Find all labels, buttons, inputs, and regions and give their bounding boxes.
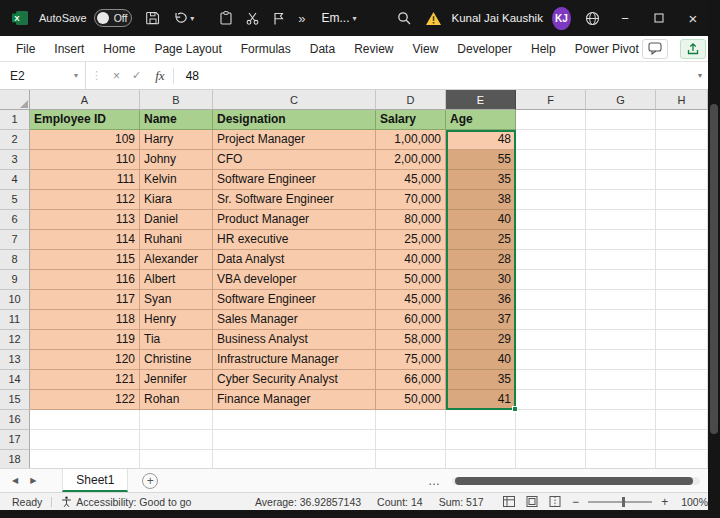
cell-E14[interactable]: 35: [446, 370, 516, 390]
cell-H10[interactable]: [656, 290, 708, 310]
alert-icon[interactable]: [425, 11, 442, 26]
name-box[interactable]: E2 ▾: [0, 62, 86, 89]
cell-H14[interactable]: [656, 370, 708, 390]
cell-G9[interactable]: [586, 270, 656, 290]
column-header-E[interactable]: E: [446, 90, 516, 110]
flag-icon[interactable]: [273, 12, 284, 25]
cell-C8[interactable]: Data Analyst: [213, 250, 376, 270]
cell-F2[interactable]: [516, 130, 586, 150]
sheet-nav-left-icon[interactable]: ◀: [12, 476, 18, 485]
cell-B11[interactable]: Henry: [140, 310, 213, 330]
column-header-F[interactable]: F: [516, 90, 586, 110]
column-header-C[interactable]: C: [213, 90, 376, 110]
cell-E17[interactable]: [446, 430, 516, 450]
cell-B16[interactable]: [140, 410, 213, 430]
vertical-scrollbar-thumb[interactable]: [710, 104, 718, 434]
row-header-15[interactable]: 15: [0, 390, 30, 410]
cell-B12[interactable]: Tia: [140, 330, 213, 350]
row-header-6[interactable]: 6: [0, 210, 30, 230]
cell-E9[interactable]: 30: [446, 270, 516, 290]
row-header-11[interactable]: 11: [0, 310, 30, 330]
cell-F3[interactable]: [516, 150, 586, 170]
cell-G17[interactable]: [586, 430, 656, 450]
cell-G2[interactable]: [586, 130, 656, 150]
cell-D2[interactable]: 1,00,000: [376, 130, 446, 150]
row-header-16[interactable]: 16: [0, 410, 30, 430]
cell-G14[interactable]: [586, 370, 656, 390]
ribbon-tab-insert[interactable]: Insert: [54, 42, 84, 56]
ribbon-tab-help[interactable]: Help: [531, 42, 556, 56]
cell-B5[interactable]: Kiara: [140, 190, 213, 210]
cell-A9[interactable]: 116: [30, 270, 140, 290]
formula-input[interactable]: 48: [186, 69, 199, 83]
column-header-H[interactable]: H: [656, 90, 708, 110]
cell-F4[interactable]: [516, 170, 586, 190]
row-header-9[interactable]: 9: [0, 270, 30, 290]
cell-B4[interactable]: Kelvin: [140, 170, 213, 190]
cell-G4[interactable]: [586, 170, 656, 190]
document-title[interactable]: Em...: [321, 11, 349, 25]
ribbon-tab-review[interactable]: Review: [354, 42, 393, 56]
cell-B9[interactable]: Albert: [140, 270, 213, 290]
cell-A16[interactable]: [30, 410, 140, 430]
cell-H2[interactable]: [656, 130, 708, 150]
avatar[interactable]: KJ: [552, 7, 571, 30]
cell-H11[interactable]: [656, 310, 708, 330]
cell-B8[interactable]: Alexander: [140, 250, 213, 270]
cell-C3[interactable]: CFO: [213, 150, 376, 170]
cell-C17[interactable]: [213, 430, 376, 450]
cell-F11[interactable]: [516, 310, 586, 330]
cell-G15[interactable]: [586, 390, 656, 410]
ribbon-tab-power-pivot[interactable]: Power Pivot: [575, 42, 639, 56]
ribbon-tab-file[interactable]: File: [16, 42, 35, 56]
enter-icon[interactable]: ✓: [132, 69, 141, 82]
undo-icon[interactable]: ▾: [174, 12, 194, 24]
cell-H3[interactable]: [656, 150, 708, 170]
cell-E5[interactable]: 38: [446, 190, 516, 210]
cell-E6[interactable]: 40: [446, 210, 516, 230]
ribbon-tab-developer[interactable]: Developer: [457, 42, 512, 56]
cell-C11[interactable]: Sales Manager: [213, 310, 376, 330]
cell-D12[interactable]: 58,000: [376, 330, 446, 350]
cell-A4[interactable]: 111: [30, 170, 140, 190]
cell-F15[interactable]: [516, 390, 586, 410]
cell-A11[interactable]: 118: [30, 310, 140, 330]
zoom-level[interactable]: 100%: [681, 496, 708, 508]
cell-F5[interactable]: [516, 190, 586, 210]
cell-D11[interactable]: 60,000: [376, 310, 446, 330]
ribbon-tab-view[interactable]: View: [413, 42, 439, 56]
cell-G7[interactable]: [586, 230, 656, 250]
close-button[interactable]: ×: [676, 0, 710, 36]
name-box-chevron-icon[interactable]: ▾: [74, 71, 78, 80]
cell-C13[interactable]: Infrastructure Manager: [213, 350, 376, 370]
sheet-nav-right-icon[interactable]: ▶: [30, 476, 36, 485]
cell-A7[interactable]: 114: [30, 230, 140, 250]
cell-A17[interactable]: [30, 430, 140, 450]
column-header-G[interactable]: G: [586, 90, 656, 110]
cell-H9[interactable]: [656, 270, 708, 290]
ribbon-tab-home[interactable]: Home: [103, 42, 135, 56]
user-name[interactable]: Kunal Jai Kaushik: [452, 12, 543, 24]
cell-F17[interactable]: [516, 430, 586, 450]
cell-D5[interactable]: 70,000: [376, 190, 446, 210]
cell-F14[interactable]: [516, 370, 586, 390]
cell-B2[interactable]: Harry: [140, 130, 213, 150]
add-sheet-button[interactable]: +: [142, 473, 158, 489]
cell-D4[interactable]: 45,000: [376, 170, 446, 190]
cell-E12[interactable]: 29: [446, 330, 516, 350]
cell-D13[interactable]: 75,000: [376, 350, 446, 370]
sum-stat[interactable]: Sum: 517: [439, 496, 484, 508]
cell-B18[interactable]: [140, 450, 213, 468]
cell-D10[interactable]: 45,000: [376, 290, 446, 310]
cell-G12[interactable]: [586, 330, 656, 350]
cell-H7[interactable]: [656, 230, 708, 250]
row-header-8[interactable]: 8: [0, 250, 30, 270]
comments-button[interactable]: [642, 39, 668, 59]
cell-D18[interactable]: [376, 450, 446, 468]
insert-function-icon[interactable]: fx: [155, 68, 164, 84]
cell-H1[interactable]: [656, 110, 708, 130]
cell-C16[interactable]: [213, 410, 376, 430]
column-header-A[interactable]: A: [30, 90, 140, 110]
cell-B10[interactable]: Syan: [140, 290, 213, 310]
cancel-icon[interactable]: ×: [113, 69, 120, 83]
